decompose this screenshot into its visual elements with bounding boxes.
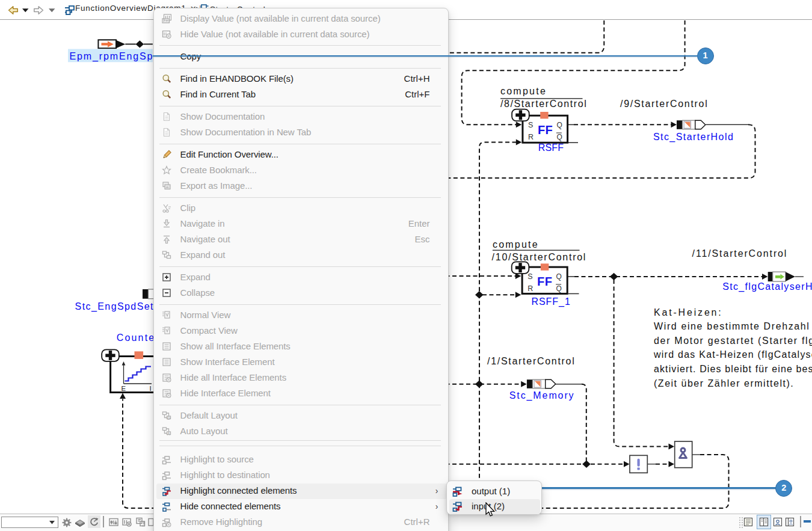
svg-text:Stc_flgCatalyserHeating: Stc_flgCatalyserHeating (722, 281, 812, 292)
svg-text:/1/StarterControl: /1/StarterControl (487, 356, 574, 366)
svg-text:Epm_rpmEngSpd: Epm_rpmEngSpd (70, 51, 159, 62)
svg-text:Q: Q (556, 284, 562, 293)
svg-text:/11/StarterControl: /11/StarterControl (692, 248, 787, 259)
svg-text:Q: Q (556, 133, 562, 141)
svg-text:FF: FF (537, 275, 552, 288)
svg-text:I: I (150, 385, 152, 392)
svg-text:compute: compute (500, 86, 546, 96)
svg-text:R: R (528, 133, 534, 141)
svg-text:RSFF: RSFF (538, 143, 564, 153)
svg-text:A: A (167, 432, 170, 436)
svg-text:Stc_EngSpdSetPt: Stc_EngSpdSetPt (75, 301, 164, 312)
svg-text:der Motor gestartet (Starter f: der Motor gestartet (Starter flg = true)… (654, 336, 812, 346)
svg-text:Stc_Memory: Stc_Memory (509, 390, 574, 401)
svg-text:(Zeit über Zähler ermittelt).: (Zeit über Zähler ermittelt). (654, 378, 793, 388)
svg-text:D: D (167, 416, 170, 420)
svg-text:Stc_StarterHold: Stc_StarterHold (653, 132, 733, 143)
svg-text:Q: Q (556, 272, 562, 281)
svg-text:FF: FF (538, 123, 553, 137)
svg-text:RSFF_1: RSFF_1 (532, 296, 571, 307)
svg-text:S: S (528, 121, 533, 129)
svg-text:wird das Kat-Heizen (flgCataly: wird das Kat-Heizen (flgCatalyserHeating… (653, 349, 812, 360)
svg-text:/10/StarterControl: /10/StarterControl (492, 252, 586, 262)
svg-text:Counter: Counter (117, 333, 159, 343)
svg-text:Kat-Heizen:: Kat-Heizen: (654, 307, 721, 318)
svg-text:/9/StarterControl: /9/StarterControl (620, 99, 707, 109)
svg-text:compute: compute (493, 239, 538, 250)
svg-text:E: E (121, 385, 126, 392)
svg-text:S: S (527, 272, 532, 281)
svg-text:aktiviert. Dies bleibt für ein: aktiviert. Dies bleibt für eine bestimmt… (654, 364, 812, 374)
svg-text:/8/StarterControl: /8/StarterControl (500, 99, 586, 109)
svg-text:R: R (527, 284, 533, 293)
svg-text:Q: Q (556, 121, 562, 129)
svg-text:Wird eine bestimmte Drehzahl e: Wird eine bestimmte Drehzahl erreicht un… (654, 321, 812, 331)
